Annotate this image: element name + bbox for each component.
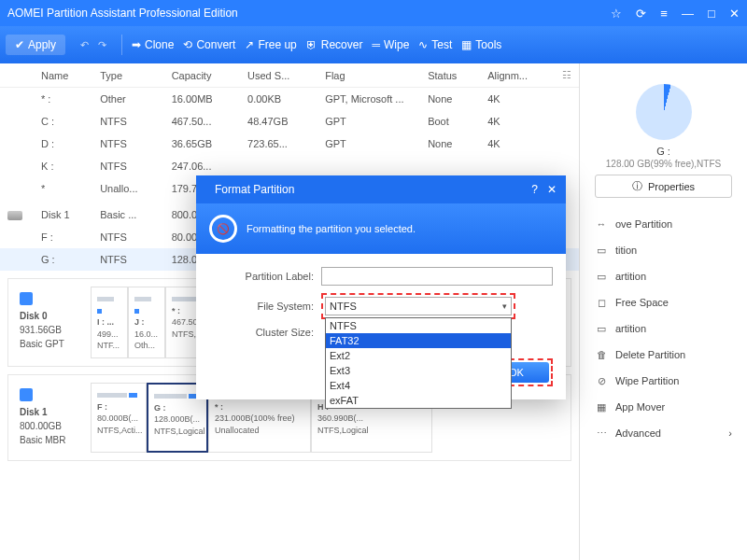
tools-icon: ▦ [461, 38, 472, 51]
window-titlebar: AOMEI Partition Assistant Professional E… [0, 0, 747, 26]
cluster-size-label: Cluster Size: [209, 327, 321, 338]
usage-pie [636, 84, 692, 140]
redo-icon[interactable]: ↷ [98, 39, 106, 51]
info-icon: ⓘ [632, 179, 642, 193]
filesystem-option[interactable]: Ext2 [326, 348, 511, 363]
freeup-icon: ↗ [245, 38, 254, 51]
convert-icon: ⟲ [183, 38, 192, 51]
filesystem-option[interactable]: Ext3 [326, 363, 511, 378]
chevron-down-icon: ▾ [502, 301, 507, 311]
close-icon[interactable]: ✕ [729, 7, 740, 21]
partition-card[interactable]: I : ...499...NTF... [91, 287, 128, 358]
filesystem-options[interactable]: NTFSFAT32Ext2Ext3Ext4exFAT [325, 317, 512, 409]
recover-button[interactable]: ⛨Recover [306, 38, 363, 51]
undo-icon[interactable]: ↶ [80, 39, 89, 51]
clone-button[interactable]: ➡Clone [132, 38, 174, 51]
sidebar-action[interactable]: ▭tition [580, 237, 747, 263]
sidebar-action[interactable]: ▦App Mover [580, 394, 747, 420]
star-icon[interactable]: ☆ [611, 7, 622, 21]
format-partition-dialog: Format Partition ? ✕ 🚫 Formatting the pa… [196, 175, 566, 399]
refresh-icon[interactable]: ⟳ [636, 7, 646, 21]
table-header-row: NameType CapacityUsed S... FlagStatus Al… [0, 63, 579, 88]
selected-partition-name: G : [580, 146, 747, 157]
maximize-icon[interactable]: □ [708, 7, 715, 21]
test-icon: ∿ [418, 38, 428, 51]
sidebar-action[interactable]: ◻Free Space [580, 289, 747, 315]
format-icon: 🚫 [209, 215, 237, 243]
clone-icon: ➡ [132, 38, 141, 51]
dots-icon: ⋯ [595, 427, 608, 440]
wipe-icon: ═ [372, 38, 380, 51]
menu-icon[interactable]: ≡ [660, 7, 668, 21]
table-row[interactable]: * :Other16.00MB0.00KBGPT, Microsoft ...N… [0, 88, 579, 111]
advanced-item[interactable]: ⋯Advanced › [580, 420, 747, 446]
properties-button[interactable]: ⓘ Properties [595, 175, 732, 198]
filesystem-option[interactable]: FAT32 [326, 333, 511, 348]
table-row[interactable]: D :NTFS36.65GB723.65...GPTNone4K [0, 133, 579, 155]
apply-button[interactable]: ✔ Apply [6, 35, 65, 55]
partition-label-label: Partition Label: [209, 271, 321, 282]
sidebar-action[interactable]: ↔ove Partition [580, 211, 747, 237]
dialog-banner: 🚫 Formatting the partition you selected. [196, 203, 566, 254]
help-icon[interactable]: ? [531, 183, 538, 196]
right-sidebar: G : 128.00 GB(99% free),NTFS ⓘ Propertie… [579, 63, 747, 560]
check-icon: ✔ [15, 38, 24, 51]
wipe-button[interactable]: ═Wipe [372, 38, 409, 51]
filesystem-label: File System: [209, 301, 321, 312]
filesystem-option[interactable]: NTFS [326, 318, 511, 333]
main-toolbar: ✔ Apply ↶ ↷ ➡Clone ⟲Convert ↗Free up ⛨Re… [0, 26, 747, 63]
sidebar-action[interactable]: ⊘Wipe Partition [580, 368, 747, 394]
sidebar-action[interactable]: ▭artition [580, 263, 747, 289]
dialog-titlebar: Format Partition ? ✕ [196, 175, 566, 203]
table-row[interactable]: C :NTFS467.50...48.47GBGPTBoot4K [0, 110, 579, 133]
chevron-right-icon: › [728, 427, 732, 439]
tools-button[interactable]: ▦Tools [461, 38, 501, 51]
partition-card[interactable]: F :80.000B(...NTFS,Acti... [91, 383, 147, 453]
filesystem-option[interactable]: Ext4 [326, 378, 511, 393]
app-title: AOMEI Partition Assistant Professional E… [7, 7, 599, 20]
table-row[interactable]: K :NTFS247.06... [0, 155, 579, 177]
selected-partition-info: 128.00 GB(99% free),NTFS [580, 159, 747, 169]
sidebar-action[interactable]: ▭artition [580, 315, 747, 342]
sidebar-action[interactable]: 🗑Delete Partition [580, 342, 747, 368]
filesystem-option[interactable]: exFAT [326, 393, 511, 408]
window-controls: ☆ ⟳ ≡ — □ ✕ [599, 7, 740, 21]
recover-icon: ⛨ [306, 38, 317, 51]
minimize-icon[interactable]: — [682, 7, 694, 21]
test-button[interactable]: ∿Test [418, 38, 452, 51]
partition-label-input[interactable] [321, 267, 553, 286]
freeup-button[interactable]: ↗Free up [245, 38, 296, 51]
dialog-close-icon[interactable]: ✕ [547, 183, 557, 196]
convert-button[interactable]: ⟲Convert [183, 38, 235, 51]
partition-card[interactable]: J :16.0...Oth... [128, 287, 165, 358]
filesystem-dropdown[interactable]: NTFS▾ NTFSFAT32Ext2Ext3Ext4exFAT [325, 297, 512, 315]
